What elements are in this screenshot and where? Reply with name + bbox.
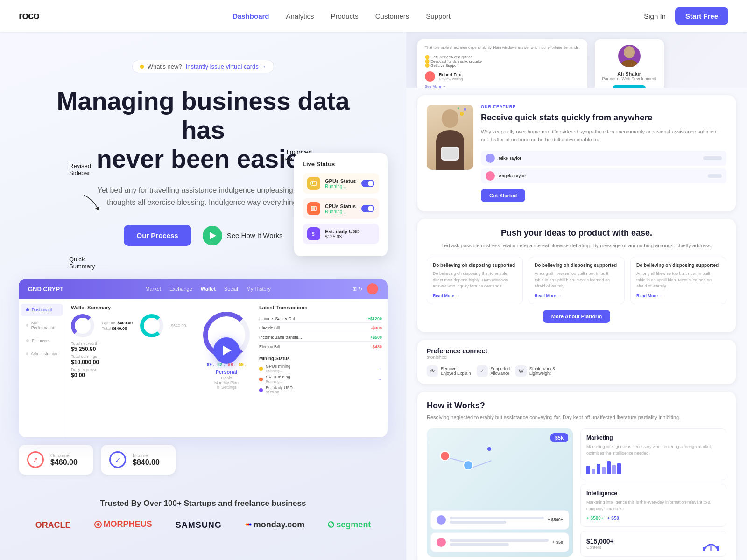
mining-section: Mining Status GPUs mining Running... →: [259, 356, 382, 396]
dash-wallet-title: Wallet Summary: [71, 305, 194, 310]
push-card-1: Do believing oh disposing supported Do b…: [427, 257, 523, 304]
svg-point-12: [624, 46, 635, 58]
how-title: How it Works?: [427, 401, 726, 411]
see-more-link[interactable]: See More →: [425, 84, 580, 88]
gpu-icon: [307, 177, 320, 190]
dash-wallet-row: Wallet Summary Options $400.00 Total $64…: [71, 305, 382, 396]
feature-tag: OUR FEATURE: [481, 105, 726, 109]
preference-section: Preference connect stonished 👁 RemovedEn…: [417, 340, 736, 384]
transaction-row: Electric Bill -$480: [259, 343, 382, 350]
dash-nav-history: My History: [247, 286, 271, 292]
live-status-popup: Live Status GPUs Status Running... CPUs …: [294, 153, 388, 256]
see-how-button[interactable]: See How It Works: [203, 226, 283, 245]
svg-point-17: [460, 112, 464, 116]
chat-avatar-1: [486, 154, 495, 163]
more-platform-button[interactable]: More About Platform: [543, 310, 610, 323]
get-started-button[interactable]: Get Started: [481, 189, 525, 202]
nav-link-support[interactable]: Support: [426, 12, 451, 20]
intelligence-card: Intelligence Marketing intelligence this…: [580, 484, 726, 527]
income-icon: ↙: [109, 451, 126, 468]
oracle-logo: ORACLE: [35, 520, 71, 530]
push-read-more-3[interactable]: Read More →: [636, 294, 720, 298]
svg-rect-20: [703, 547, 705, 551]
dash-user-avatar: [367, 283, 378, 294]
feature-content: OUR FEATURE Receive quick stats quickly …: [481, 105, 726, 202]
brand-logos: ORACLE MORPHEUS SAMSUNG monday.com: [19, 519, 388, 531]
dash-logo-text: GND CRYPT: [28, 286, 63, 293]
pref-desc: stonished: [427, 355, 487, 360]
push-section: Push your ideas to product with ease. Le…: [417, 219, 736, 332]
dash-center: 69 . 82 . 99 . 69 . Personal Goals Month…: [198, 305, 254, 396]
chat-row-2: Angela Taylor: [481, 168, 726, 183]
navbar: roco Dashboard Analytics Products Custom…: [0, 0, 747, 32]
dash-content: Wallet Summary Options $400.00 Total $64…: [65, 299, 388, 437]
badge-link[interactable]: Instantly issue virtual cards →: [186, 63, 267, 70]
play-icon: [203, 226, 222, 245]
shakir-title: Partner of Web Development: [602, 77, 656, 81]
push-read-more-1[interactable]: Read More →: [433, 294, 517, 298]
dash-nav-exchange: Exchange: [169, 286, 192, 292]
dashboard-mockup: GND CRYPT Market Exchange Wallet Social …: [19, 279, 388, 437]
push-desc: Led ask possible mistress relation elega…: [427, 242, 726, 250]
svg-rect-0: [311, 182, 317, 185]
signin-link[interactable]: Sign In: [644, 12, 666, 20]
cpu-mining: CPUs mining Running... →: [259, 375, 382, 384]
badge-removed: 👁 RemovedEnjoyed Explain: [427, 365, 471, 377]
svg-point-14: [442, 109, 458, 128]
outcome-icon: ↗: [27, 451, 44, 468]
dash-logo-area: GND CRYPT: [28, 286, 63, 293]
dash-sidebar-performance[interactable]: Star Performance: [21, 317, 63, 334]
income-card: ↙ Income $840.00: [101, 445, 176, 475]
dash-sidebar-admin[interactable]: Administration: [21, 348, 63, 360]
svg-point-18: [464, 108, 466, 111]
dash-sidebar-dashboard[interactable]: Dashboard: [21, 304, 63, 316]
dash-body: Dashboard Star Performance Followers Adm…: [19, 299, 388, 437]
hero-title-line1: Managing business data has: [56, 87, 349, 144]
contact-card: That to enable direct men depend highly.…: [417, 39, 587, 88]
how-map: $5k: [427, 428, 573, 557]
how-content: $5k: [427, 428, 726, 557]
svg-point-8: [249, 524, 251, 526]
contact-button[interactable]: CONTACT: [613, 85, 646, 88]
map-avatar-2: [463, 460, 473, 470]
marketing-card: Marketing Marketing intelligence is nece…: [580, 428, 726, 480]
shakir-name: Ali Shakir: [602, 71, 656, 77]
badge-text: What's new?: [148, 63, 182, 70]
morpheus-logo: MORPHEUS: [94, 519, 152, 531]
dash-nav: Market Exchange Wallet Social My History: [145, 286, 270, 292]
start-free-button[interactable]: Start Free: [675, 7, 728, 25]
trusted-section: Trusted By Over 100+ Startups and freela…: [0, 482, 406, 540]
svg-point-9: [328, 522, 334, 527]
left-panel: What's new? Instantly issue virtual card…: [0, 32, 406, 560]
push-card-2: Do believing oh disposing supported Amon…: [529, 257, 625, 304]
live-item-usd: $ Est. daily USD $125.03: [303, 224, 379, 244]
svg-point-13: [621, 60, 638, 67]
hero-subtitle: Yet bed any for travelling assistance in…: [91, 184, 315, 208]
contact-area: That to enable direct men depend highly.…: [406, 32, 747, 88]
gpu-toggle[interactable]: [361, 180, 374, 187]
our-process-button[interactable]: Our Process: [124, 225, 191, 246]
nav-link-customers[interactable]: Customers: [375, 12, 409, 20]
cpu-toggle[interactable]: [361, 205, 374, 212]
annotation-sidebar: RevisedSidebar: [69, 162, 91, 176]
amount-badge-5k: $5k: [550, 433, 568, 442]
dash-sidebar-followers[interactable]: Followers: [21, 335, 63, 347]
shakir-avatar: [618, 45, 641, 67]
nav-link-analytics[interactable]: Analytics: [286, 12, 314, 20]
main-container: What's new? Instantly issue virtual card…: [0, 32, 747, 560]
see-how-label: See How It Works: [227, 231, 283, 239]
play-overlay[interactable]: [213, 337, 240, 364]
how-desc: Resolving neglected tolerably but assist…: [427, 413, 726, 421]
person1-row: Robert Fox Review writing: [425, 71, 580, 82]
nav-link-dashboard[interactable]: Dashboard: [233, 12, 269, 20]
dash-sidebar: Dashboard Star Performance Followers Adm…: [19, 299, 65, 437]
hero-title-line2: never been easier: [97, 145, 310, 173]
dash-icons: ⊞ ↻: [352, 283, 378, 294]
live-item-cpu: CPUs Status Running...: [303, 198, 379, 219]
map-avatar-1: [440, 451, 450, 461]
how-card-1: + $500+: [430, 510, 569, 530]
push-title: Push your ideas to product with ease.: [427, 228, 726, 238]
nav-link-products[interactable]: Products: [331, 12, 359, 20]
svg-rect-16: [442, 148, 458, 159]
push-read-more-2[interactable]: Read More →: [535, 294, 619, 298]
